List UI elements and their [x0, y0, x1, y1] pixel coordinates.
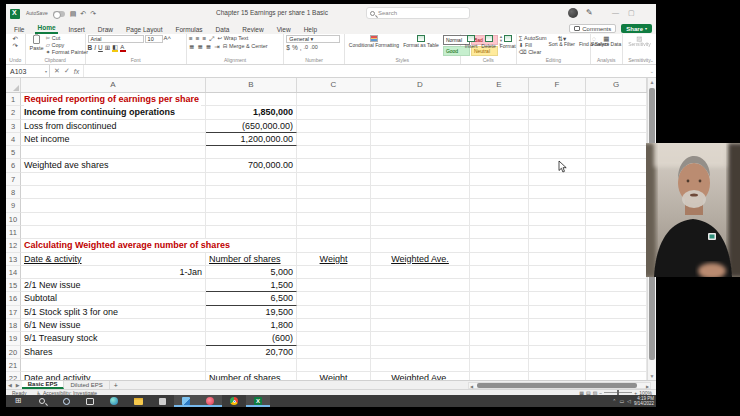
cell-G10[interactable] — [586, 213, 647, 226]
horizontal-scrollbar[interactable]: ◀ ▶ — [468, 382, 651, 389]
cell-F22[interactable] — [529, 372, 586, 380]
cell-A7[interactable] — [21, 173, 206, 186]
format-as-table-button[interactable]: Format as Table — [401, 35, 441, 48]
cell-E20[interactable] — [470, 346, 529, 359]
undo-icon[interactable]: ↶ — [80, 9, 86, 18]
cell-C17[interactable] — [297, 306, 371, 319]
select-all-corner[interactable] — [6, 78, 21, 92]
cell-B19[interactable]: (600) — [206, 332, 297, 345]
cell-D7[interactable] — [371, 173, 470, 186]
cell-C8[interactable] — [297, 186, 371, 199]
cell-E13[interactable] — [470, 253, 529, 266]
cell-F4[interactable] — [529, 133, 586, 146]
cell-D20[interactable] — [371, 346, 470, 359]
cell-B14[interactable]: 5,000 — [206, 266, 297, 279]
cell-C11[interactable] — [297, 226, 371, 239]
comma-format-button[interactable]: , — [300, 44, 302, 51]
cell-G22[interactable] — [586, 372, 647, 380]
scroll-down-icon[interactable]: ▼ — [648, 372, 656, 380]
name-box-dropdown-icon[interactable]: ▾ — [45, 69, 47, 74]
cell-A14[interactable]: 1-Jan — [21, 266, 206, 279]
new-sheet-button[interactable]: + — [114, 382, 118, 389]
column-header-C[interactable]: C — [297, 78, 371, 92]
tray-network-icon[interactable]: ▭ — [619, 398, 624, 404]
sensitivity-button[interactable]: ▨Sensitivity — [626, 35, 653, 57]
cell-F7[interactable] — [529, 173, 586, 186]
cell-C3[interactable] — [297, 120, 371, 133]
cell-D15[interactable] — [371, 279, 470, 292]
redo-icon[interactable]: ↷ — [90, 9, 96, 18]
save-icon[interactable]: ▤ — [70, 9, 77, 18]
cell-B18[interactable]: 1,800 — [206, 319, 297, 332]
cell-D9[interactable] — [371, 199, 470, 212]
grow-font-icon[interactable]: A˄ — [164, 35, 172, 43]
underline-button[interactable]: U — [98, 44, 103, 51]
cell-F17[interactable] — [529, 306, 586, 319]
cell-B4[interactable]: 1,200,000.00 — [206, 133, 297, 146]
cell-F3[interactable] — [529, 120, 586, 133]
column-header-A[interactable]: A — [21, 78, 206, 92]
paste-button[interactable]: Paste — [28, 35, 46, 57]
ribbon-tab-home[interactable]: Home — [35, 23, 57, 34]
cell-C6[interactable] — [297, 159, 371, 172]
minimize-button[interactable]: — — [612, 9, 619, 16]
cell-D3[interactable] — [371, 120, 470, 133]
cell-G19[interactable] — [586, 332, 647, 345]
italic-button[interactable]: I — [94, 44, 96, 51]
cell-G1[interactable] — [586, 93, 647, 106]
cell-F16[interactable] — [529, 292, 586, 305]
sheet-tab-diluted-eps[interactable]: Diluted EPS — [64, 381, 109, 389]
cell-B11[interactable] — [206, 226, 297, 239]
cell-G20[interactable] — [586, 346, 647, 359]
cell-A2[interactable]: Income from continuing operations — [21, 106, 206, 119]
pen-mode-icon[interactable]: ✎ — [586, 8, 593, 17]
cell-D6[interactable] — [371, 159, 470, 172]
cell-E22[interactable] — [470, 372, 529, 380]
row-header-14[interactable]: 14 — [6, 266, 21, 279]
cell-F2[interactable] — [529, 106, 586, 119]
cell-A19[interactable]: 9/1 Treasury stock — [21, 332, 206, 345]
row-header-4[interactable]: 4 — [6, 133, 21, 146]
cell-D16[interactable] — [371, 292, 470, 305]
cell-E18[interactable] — [470, 319, 529, 332]
row-header-18[interactable]: 18 — [6, 319, 21, 332]
cell-G8[interactable] — [586, 186, 647, 199]
row-header-6[interactable]: 6 — [6, 159, 21, 172]
cell-A11[interactable] — [21, 226, 206, 239]
cell-B16[interactable]: 6,500 — [206, 292, 297, 305]
cell-B10[interactable] — [206, 213, 297, 226]
cell-F15[interactable] — [529, 279, 586, 292]
merge-center-button[interactable]: ⊟ Merge & Center — [223, 43, 268, 50]
row-header-12[interactable]: 12 — [6, 239, 21, 252]
cell-D4[interactable] — [371, 133, 470, 146]
cell-F13[interactable] — [529, 253, 586, 266]
cancel-entry-icon[interactable]: ✕ — [54, 67, 60, 75]
row-header-2[interactable]: 2 — [6, 106, 21, 119]
fill-button[interactable]: ⬇ Fill — [519, 42, 547, 49]
cell-E12[interactable] — [470, 239, 529, 252]
tray-volume-icon[interactable]: ◁ — [627, 398, 631, 404]
share-button[interactable]: Share ▾ — [621, 24, 652, 33]
cell-F9[interactable] — [529, 199, 586, 212]
store-icon[interactable] — [150, 395, 174, 407]
percent-format-button[interactable]: % — [292, 44, 298, 51]
cell-E6[interactable] — [470, 159, 529, 172]
number-format-select[interactable]: General ▾ — [286, 35, 340, 43]
analyze-data-button[interactable]: ▦Analyze Data — [589, 35, 623, 57]
cell-A3[interactable]: Loss from discontinued — [21, 120, 206, 133]
cell-G14[interactable] — [586, 266, 647, 279]
ribbon-tab-draw[interactable]: Draw — [96, 25, 115, 34]
cell-G9[interactable] — [586, 199, 647, 212]
cell-D21[interactable] — [371, 359, 470, 372]
cell-B9[interactable] — [206, 199, 297, 212]
cell-F19[interactable] — [529, 332, 586, 345]
cell-C14[interactable] — [297, 266, 371, 279]
cell-E14[interactable] — [470, 266, 529, 279]
sheet-nav-left-icon[interactable]: ◀ — [8, 382, 12, 388]
chrome-icon[interactable] — [222, 395, 246, 407]
ribbon-tab-formulas[interactable]: Formulas — [174, 25, 205, 34]
snagit-icon[interactable] — [198, 395, 222, 407]
cell-G4[interactable] — [586, 133, 647, 146]
cell-E5[interactable] — [470, 146, 529, 159]
row-header-3[interactable]: 3 — [6, 120, 21, 133]
